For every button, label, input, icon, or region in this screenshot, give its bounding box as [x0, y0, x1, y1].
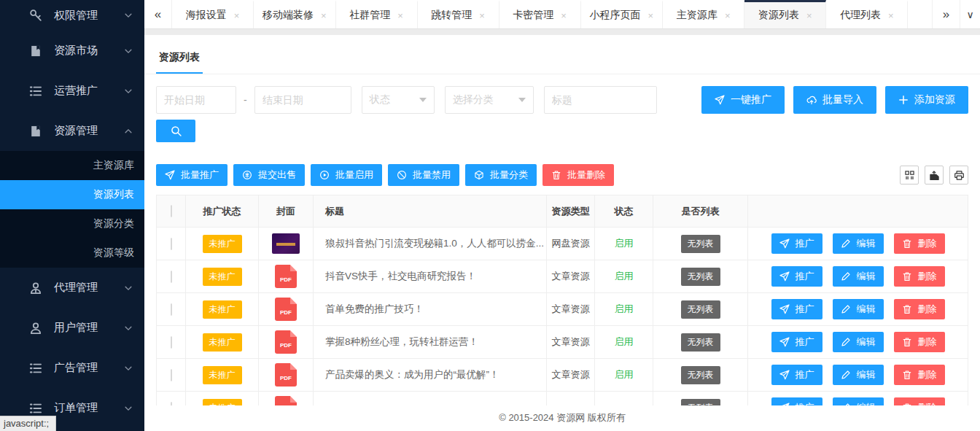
row-checkbox[interactable]: [171, 271, 172, 283]
type-cell: 文章资源: [547, 359, 595, 392]
row-edit-button[interactable]: 编辑: [833, 299, 884, 319]
export-button[interactable]: [925, 166, 944, 185]
row-checkbox[interactable]: [171, 402, 172, 406]
tab-close-icon[interactable]: ×: [806, 10, 812, 21]
one-key-promote-button[interactable]: 一键推广: [701, 86, 785, 114]
batch-disable-button[interactable]: 批量禁用: [388, 164, 459, 186]
button-label: 添加资源: [914, 93, 955, 106]
category-select[interactable]: 选择分类: [445, 86, 534, 114]
row-select-cell: [157, 392, 186, 406]
tab-close-icon[interactable]: ×: [479, 10, 485, 21]
pencil-icon: [841, 370, 851, 380]
start-date-input[interactable]: [156, 86, 236, 114]
tab[interactable]: 跳转管理 ×: [418, 0, 499, 28]
row-checkbox[interactable]: [171, 336, 172, 349]
tab-close-icon[interactable]: ×: [321, 10, 327, 21]
table-row: 未推广 PDF 狼叔抖音热门引流变现秘籍1.0，人人都可以捞金... 网盘资源 …: [157, 228, 968, 260]
row-edit-button[interactable]: 编辑: [833, 266, 884, 287]
row-promote-button[interactable]: 推广: [771, 266, 822, 287]
sidebar-item-agent-management[interactable]: 代理管理: [0, 268, 144, 308]
pencil-icon: [841, 337, 851, 347]
sidebar-subitem[interactable]: 资源分类: [0, 209, 144, 238]
title-input[interactable]: [544, 86, 657, 114]
tab[interactable]: 移动端装修 ×: [254, 0, 336, 28]
cover-thumbnail[interactable]: PDF: [272, 233, 300, 254]
row-promote-button[interactable]: 推广: [771, 332, 822, 352]
list-icon: [29, 85, 42, 98]
row-delete-button[interactable]: 删除: [894, 365, 945, 385]
tab-close-icon[interactable]: ×: [648, 10, 654, 21]
tab-close-icon[interactable]: ×: [725, 10, 731, 21]
row-delete-button[interactable]: 删除: [894, 266, 945, 287]
cover-thumbnail[interactable]: PDF: [275, 265, 297, 288]
cover-thumbnail[interactable]: PDF: [275, 330, 297, 354]
row-promote-button[interactable]: 推广: [771, 299, 822, 319]
button-label: 推广: [796, 335, 814, 349]
tab-close-icon[interactable]: ×: [561, 10, 567, 21]
sidebar-item-operation-promo[interactable]: 运营推广: [0, 71, 144, 111]
row-delete-button[interactable]: 删除: [894, 332, 945, 352]
button-label: 批量分类: [490, 168, 528, 182]
col-actions: [748, 195, 968, 228]
card-tab-resource-list[interactable]: 资源列表: [156, 44, 203, 74]
row-promote-button[interactable]: 推广: [771, 233, 822, 254]
table-toolbar: 批量推广 提交出售 批量启用 批量禁用: [156, 164, 968, 186]
row-delete-button[interactable]: 删除: [894, 397, 945, 405]
tab[interactable]: 小程序页面 ×: [581, 0, 664, 28]
add-resource-button[interactable]: 添加资源: [885, 86, 968, 114]
print-button[interactable]: [949, 166, 968, 185]
sidebar-item-user-management[interactable]: 用户管理: [0, 308, 144, 348]
sidebar-item-resource-market[interactable]: 资源市场: [0, 31, 144, 71]
cover-cell: PDF: [259, 392, 314, 406]
tab-label: 社群管理: [349, 9, 390, 22]
row-checkbox[interactable]: [171, 369, 172, 381]
batch-promote-button[interactable]: 批量推广: [156, 164, 228, 186]
row-checkbox[interactable]: [171, 238, 172, 250]
sidebar-item-resource-management[interactable]: 资源管理: [0, 111, 144, 151]
tab[interactable]: 海报设置 ×: [172, 0, 254, 28]
tab[interactable]: 资源列表 ×: [744, 0, 826, 28]
end-date-input[interactable]: [254, 86, 351, 114]
tabs-menu-button[interactable]: ∨: [960, 0, 980, 28]
row-promote-button[interactable]: 推广: [771, 397, 822, 405]
row-checkbox[interactable]: [171, 303, 172, 316]
cover-thumbnail[interactable]: PDF: [275, 363, 297, 387]
sidebar-subitem[interactable]: 资源列表: [0, 180, 144, 209]
sidebar-subitem[interactable]: 主资源库: [0, 151, 144, 180]
batch-enable-button[interactable]: 批量启用: [311, 164, 382, 186]
batch-delete-button[interactable]: 批量删除: [542, 164, 614, 186]
row-edit-button[interactable]: 编辑: [833, 332, 884, 352]
tabs-scroll-left-button[interactable]: «: [144, 0, 172, 28]
search-button[interactable]: [156, 120, 195, 142]
tab[interactable]: 卡密管理 ×: [499, 0, 581, 28]
search-icon: [171, 125, 182, 136]
status-select[interactable]: 状态: [362, 86, 435, 114]
sidebar-item-permissions[interactable]: 权限管理: [0, 0, 144, 31]
tab-close-icon[interactable]: ×: [234, 10, 240, 21]
sidebar-item-ad-management[interactable]: 广告管理: [0, 348, 144, 388]
tab-close-icon[interactable]: ×: [888, 10, 894, 21]
column-settings-button[interactable]: [900, 166, 919, 185]
cover-thumbnail[interactable]: PDF: [275, 298, 297, 321]
batch-import-button[interactable]: 批量导入: [793, 86, 876, 114]
row-delete-button[interactable]: 删除: [894, 233, 945, 254]
sidebar-subitem[interactable]: 资源等级: [0, 238, 144, 268]
row-edit-button[interactable]: 编辑: [833, 233, 884, 254]
row-edit-button[interactable]: 编辑: [833, 397, 884, 405]
tabs-scroll-right-button[interactable]: »: [932, 0, 960, 28]
row-edit-button[interactable]: 编辑: [833, 365, 884, 385]
pencil-icon: [841, 271, 851, 281]
row-promote-button[interactable]: 推广: [771, 365, 822, 385]
tab-close-icon[interactable]: ×: [397, 10, 403, 21]
sidebar-item-label: 订单管理: [54, 401, 124, 415]
row-delete-button[interactable]: 删除: [894, 299, 945, 319]
tab[interactable]: 社群管理 ×: [336, 0, 418, 28]
select-all-checkbox[interactable]: [171, 205, 172, 217]
cover-cell: PDF: [259, 293, 314, 326]
cover-thumbnail[interactable]: PDF: [275, 396, 297, 405]
submit-sale-button[interactable]: 提交出售: [233, 164, 305, 186]
tab[interactable]: 主资源库 ×: [663, 0, 744, 28]
batch-classify-button[interactable]: 批量分类: [465, 164, 537, 186]
tab[interactable]: 代理列表 ×: [826, 0, 908, 28]
trash-icon: [551, 170, 561, 180]
